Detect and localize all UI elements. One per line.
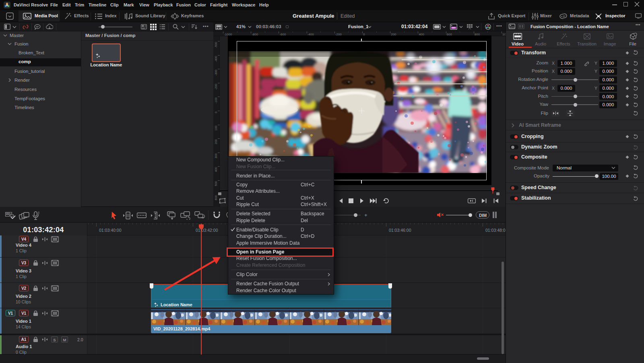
svg-text:NEW: NEW [6,212,10,214]
svg-text:FXT: FXT [452,27,456,29]
